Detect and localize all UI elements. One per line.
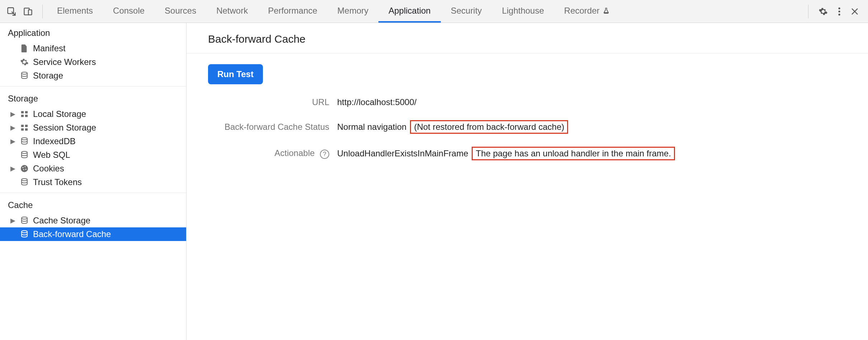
svg-rect-2: [28, 10, 32, 15]
svg-rect-10: [25, 115, 28, 117]
row-status: Back-forward Cache Status Normal navigat…: [208, 120, 851, 134]
inspect-icon[interactable]: [6, 6, 16, 16]
svg-point-21: [23, 169, 24, 170]
tab-label: Sources: [165, 6, 196, 16]
settings-gear-icon[interactable]: [819, 7, 828, 16]
db-icon: [19, 230, 29, 239]
tab-label: Memory: [338, 6, 369, 16]
db-icon: [19, 151, 29, 159]
sidebar-item-label: Local Storage: [33, 109, 86, 119]
sidebar-item-label: Service Workers: [33, 57, 96, 67]
svg-point-16: [22, 151, 27, 154]
expand-triangle-icon[interactable]: ▶: [10, 124, 16, 132]
sidebar-item-indexeddb[interactable]: ▶IndexedDB: [0, 134, 186, 148]
expand-triangle-icon[interactable]: ▶: [10, 165, 16, 173]
tab-lighthouse[interactable]: Lighthouse: [492, 0, 554, 23]
db-icon: [19, 137, 29, 146]
sidebar-item-trust-tokens[interactable]: ▶Trust Tokens: [0, 175, 186, 189]
sidebar-separator: [0, 193, 186, 193]
db-icon: [19, 178, 29, 186]
tab-label: Recorder: [564, 6, 600, 16]
sidebar-item-local-storage[interactable]: ▶Local Storage: [0, 107, 186, 121]
device-toggle-icon[interactable]: [23, 6, 33, 16]
svg-rect-13: [21, 128, 24, 131]
sidebar-item-label: Web SQL: [33, 150, 70, 160]
tab-console[interactable]: Console: [103, 0, 155, 23]
tab-application[interactable]: Application: [378, 0, 440, 23]
sidebar-item-label: Storage: [33, 71, 63, 81]
tabs: ElementsConsoleSourcesNetworkPerformance…: [47, 0, 620, 23]
more-menu-icon[interactable]: [838, 7, 841, 16]
grid-icon: [19, 110, 29, 118]
close-icon[interactable]: [851, 8, 859, 15]
tabbar-divider: [42, 5, 43, 18]
help-icon[interactable]: ?: [320, 150, 329, 159]
svg-rect-9: [21, 115, 24, 117]
sidebar-item-label: Cookies: [33, 164, 64, 174]
status-value-plain: Normal navigation: [337, 122, 406, 132]
svg-point-19: [25, 166, 26, 167]
sidebar-item-session-storage[interactable]: ▶Session Storage: [0, 121, 186, 134]
tab-performance[interactable]: Performance: [258, 0, 327, 23]
sidebar-item-manifest[interactable]: ▶Manifest: [0, 42, 186, 55]
svg-point-5: [838, 14, 840, 15]
svg-rect-8: [25, 111, 28, 113]
sidebar-section-title: Storage: [0, 89, 186, 107]
tab-sources[interactable]: Sources: [155, 0, 206, 23]
cookie-icon: [19, 164, 29, 173]
url-label: URL: [208, 97, 337, 107]
tab-label: Performance: [268, 6, 317, 16]
trailing-icons: [808, 5, 864, 18]
sidebar-item-cookies[interactable]: ▶Cookies: [0, 162, 186, 175]
sidebar-item-label: Session Storage: [33, 123, 96, 133]
row-actionable: Actionable ? UnloadHandlerExistsInMainFr…: [208, 147, 851, 160]
db-icon: [19, 71, 29, 80]
svg-rect-7: [21, 111, 24, 113]
tab-elements[interactable]: Elements: [47, 0, 103, 23]
svg-rect-11: [21, 125, 24, 127]
tab-label: Lighthouse: [502, 6, 544, 16]
sidebar-item-label: Cache Storage: [33, 216, 90, 226]
svg-point-15: [22, 138, 27, 140]
gear-icon: [19, 58, 29, 66]
url-value: http://localhost:5000/: [337, 97, 416, 107]
tab-label: Security: [451, 6, 482, 16]
actionable-reason-code: UnloadHandlerExistsInMainFrame: [337, 148, 468, 159]
sidebar-item-cache-storage[interactable]: ▶Cache Storage: [0, 214, 186, 227]
svg-point-4: [838, 10, 840, 12]
sidebar-item-back-forward-cache[interactable]: ▶Back-forward Cache: [0, 227, 186, 241]
sidebar-item-label: Back-forward Cache: [33, 229, 111, 239]
content-panel: Back-forward Cache Run Test URL http://l…: [187, 23, 868, 340]
expand-triangle-icon[interactable]: ▶: [10, 137, 16, 145]
experiment-flask-icon: [603, 7, 610, 14]
devtools-tabbar: ElementsConsoleSourcesNetworkPerformance…: [0, 0, 868, 23]
tab-network[interactable]: Network: [206, 0, 258, 23]
db-icon: [19, 216, 29, 225]
sidebar-item-label: IndexedDB: [33, 136, 76, 146]
sidebar-item-web-sql[interactable]: ▶Web SQL: [0, 148, 186, 162]
leading-icons: [4, 6, 39, 16]
expand-triangle-icon[interactable]: ▶: [10, 110, 16, 118]
svg-point-18: [22, 167, 23, 168]
sidebar-item-storage[interactable]: ▶Storage: [0, 69, 186, 82]
tab-security[interactable]: Security: [441, 0, 492, 23]
tab-recorder[interactable]: Recorder: [554, 0, 620, 23]
sidebar-item-service-workers[interactable]: ▶Service Workers: [0, 55, 186, 69]
row-url: URL http://localhost:5000/: [208, 97, 851, 107]
sidebar-separator: [0, 86, 186, 86]
svg-point-6: [22, 72, 27, 74]
actionable-reason-text: The page has an unload handler in the ma…: [472, 147, 675, 160]
grid-icon: [19, 124, 29, 132]
status-value-highlight: (Not restored from back-forward cache): [410, 120, 568, 134]
expand-triangle-icon[interactable]: ▶: [10, 217, 16, 225]
svg-point-17: [21, 165, 28, 172]
svg-point-3: [838, 7, 840, 9]
svg-rect-14: [25, 128, 28, 131]
sidebar-section-title: Cache: [0, 195, 186, 214]
svg-rect-12: [25, 125, 28, 127]
svg-point-23: [22, 217, 27, 219]
tab-memory[interactable]: Memory: [327, 0, 379, 23]
sidebar-item-label: Manifest: [33, 43, 66, 53]
run-test-button[interactable]: Run Test: [208, 64, 263, 84]
tab-label: Console: [113, 6, 145, 16]
